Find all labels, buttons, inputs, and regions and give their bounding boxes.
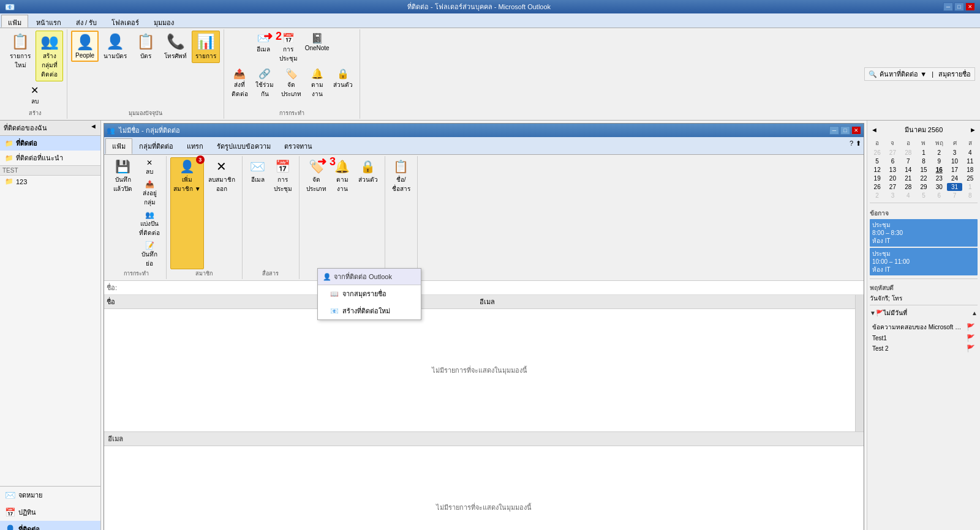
btn-people[interactable]: 👤 People bbox=[71, 31, 99, 62]
inner-group-nameshare: 📋 ชื่อ/ชื่อสาร ชื่อสาร bbox=[385, 156, 418, 279]
inner-group-member: 👤 เพิ่มสมาชิก ▼ 3 ✕ ลบสมาชิกออก สมาชิก bbox=[167, 156, 243, 279]
inner-maximize-button[interactable]: □ bbox=[840, 126, 850, 135]
title-bar: 📧 ที่ติดต่อ - โฟลเดอร์ส่วนบุคคล - Micros… bbox=[0, 0, 980, 13]
sidebar-item-contacts[interactable]: 📁 ที่ติดต่อ bbox=[0, 136, 100, 151]
inner-window-icon: 👥 bbox=[107, 127, 115, 135]
btn-namecard[interactable]: 👤 นามบัตร bbox=[100, 31, 130, 63]
email-section-label: อีเมล bbox=[104, 431, 864, 446]
task-item-3[interactable]: Test 2 🚩 bbox=[870, 343, 978, 354]
maximize-button[interactable]: □ bbox=[954, 2, 964, 11]
btn-new-group[interactable]: 👥 สร้างกลุ่มที่ติดต่อ bbox=[36, 31, 63, 81]
holiday-value: วันจักรี; โทร bbox=[870, 294, 978, 303]
nav-mail[interactable]: ✉️ จดหมาย bbox=[0, 487, 100, 504]
tab-send-receive[interactable]: ส่ง / รับ bbox=[69, 15, 104, 28]
inner-expand-icon[interactable]: ⬆ bbox=[856, 140, 861, 153]
calendar-month-label: มีนาคม 2560 bbox=[905, 124, 943, 135]
btn-phone[interactable]: 📞 โทรศัพท์ bbox=[160, 31, 190, 63]
inner-minimize-button[interactable]: ─ bbox=[829, 126, 839, 135]
task-1-flag[interactable]: 🚩 bbox=[967, 323, 975, 331]
inner-group-tags: 🏷️ จัดประเภท 🔔 ตามงาน 🔒 ส่วนตัว แท็ก bbox=[300, 156, 385, 279]
inner-btn-private[interactable]: 🔒 ส่วนตัว bbox=[355, 157, 381, 269]
mail-icon: ✉️ bbox=[5, 490, 15, 500]
btn-new-item[interactable]: 📋 รายการใหม่ bbox=[6, 31, 34, 72]
inner-tab-insert[interactable]: แทรก bbox=[180, 138, 210, 154]
inner-btn-save-close[interactable]: 💾 บันทึกแล้วปิด bbox=[110, 157, 135, 269]
dropdown-item-new-email[interactable]: 📧 สร้างที่ติดต่อใหม่ bbox=[318, 302, 421, 319]
task-item-2[interactable]: Test1 🚩 bbox=[870, 333, 978, 343]
inner-btn-note[interactable]: 📝 บันทึกย่อ bbox=[137, 240, 162, 269]
inner-btn-share-contact[interactable]: 👥 แบ่งปันที่ติดต่อ bbox=[137, 209, 162, 239]
btn-card[interactable]: 📋 บัตร bbox=[132, 31, 159, 63]
contacts-scrollbar[interactable] bbox=[855, 295, 864, 431]
btn-delete[interactable]: ✕ ลบ bbox=[23, 83, 47, 108]
ribbon-group-views: 👤 People 👤 นามบัตร 📋 บัตร 📞 โทรศัพท์ 📊 ร… bbox=[67, 29, 224, 119]
app-icon: 📧 bbox=[5, 2, 15, 12]
calendar-next[interactable]: ► bbox=[970, 126, 976, 133]
task-2-flag[interactable]: 🚩 bbox=[967, 334, 975, 342]
btn-share-contacts[interactable]: 🔗 ใช้ร่วมกัน bbox=[252, 66, 277, 100]
sidebar-item-123[interactable]: 📁 123 bbox=[0, 176, 100, 187]
schedule-time-1: 8:00 – 8:30 bbox=[872, 230, 975, 236]
task-3-flag[interactable]: 🚩 bbox=[967, 345, 975, 353]
btn-send-business[interactable]: 📤 ส่งที่ติดต่อ bbox=[228, 66, 251, 100]
holiday-title: พฤหัสบดี bbox=[870, 283, 978, 293]
inner-btn-remove-member[interactable]: ✕ ลบสมาชิกออก bbox=[205, 157, 238, 269]
btn-report[interactable]: 📊 รายการ bbox=[192, 31, 220, 63]
inner-ribbon-tabs: แฟ้ม กลุ่มที่ติดต่อ แทรก รัดรูปแบบข้อควา… bbox=[104, 137, 864, 155]
close-button[interactable]: ✕ bbox=[965, 2, 975, 11]
sidebar-collapse-button[interactable]: ◄ bbox=[90, 122, 97, 133]
task-item-1[interactable]: ข้อความทดสอบของ Microsoft Office Ou... 🚩 bbox=[870, 321, 978, 333]
calendar-prev[interactable]: ◄ bbox=[871, 126, 878, 133]
tab-view[interactable]: มุมมอง bbox=[147, 15, 181, 28]
task-items: ข้อความทดสอบของ Microsoft Office Ou... 🚩… bbox=[870, 321, 978, 354]
inner-btn-nameshare[interactable]: 📋 ชื่อ/ชื่อสาร bbox=[389, 157, 413, 269]
inner-tab-format[interactable]: รัดรูปแบบข้อความ bbox=[210, 138, 277, 154]
sidebar-item-suggested[interactable]: 📁 ที่ติดต่อที่แนะนำ bbox=[0, 151, 100, 165]
tab-file[interactable]: แฟ้ม bbox=[1, 15, 28, 28]
inner-btn-delete[interactable]: ✕ ลบ bbox=[137, 157, 162, 177]
inner-help-icon[interactable]: ? bbox=[850, 140, 853, 153]
inner-close-button[interactable]: ✕ bbox=[851, 126, 861, 135]
tab-home[interactable]: หน้าแรก bbox=[29, 15, 68, 28]
calendar-today[interactable]: 31 bbox=[947, 183, 962, 191]
task-section-flag-icon: 🚩 bbox=[876, 310, 883, 316]
step2-arrow: ➜ 2 bbox=[263, 29, 282, 43]
schedule-item-1[interactable]: ประชุม 8:00 – 8:30 ห้อง IT bbox=[870, 219, 978, 247]
inner-tab-review[interactable]: ตรวจทาน bbox=[277, 138, 319, 154]
btn-follow-up[interactable]: 🔔 ตามงาน bbox=[306, 66, 329, 100]
email-empty-message: ไม่มีรายการที่จะแสดงในมุมมองนี้ bbox=[436, 502, 532, 513]
inner-tab-group[interactable]: กลุ่มที่ติดต่อ bbox=[132, 138, 180, 154]
schedule-item-2[interactable]: ประชุม 10:00 – 11:00 ห้อง IT bbox=[870, 248, 978, 275]
inner-btn-send-group[interactable]: 📤 ส่งอยู่กลุ่ม bbox=[137, 179, 162, 208]
nav-calendar[interactable]: 📅 ปฏิทิน bbox=[0, 504, 100, 521]
inner-btn-followup[interactable]: 🔔 ตามงาน bbox=[331, 157, 354, 269]
people-label: People bbox=[75, 52, 94, 59]
dropdown-item-addressbook[interactable]: 📖 จากสมุดรายชื่อ bbox=[318, 285, 421, 302]
inner-tab-file[interactable]: แฟ้ม bbox=[105, 138, 132, 154]
tab-folder[interactable]: โฟลเดอร์ bbox=[105, 15, 146, 28]
name-label: ชื่อ: bbox=[107, 282, 125, 293]
tasks-collapse-btn[interactable]: ▲ bbox=[971, 310, 978, 316]
schedule-room-2: ห้อง IT bbox=[872, 265, 975, 274]
tasks-section-header: ▼ 🚩 ไม่มีวันที่ ▲ bbox=[870, 307, 978, 319]
inner-window: 👥 ไม่มีชื่อ - กลุ่มที่ติดต่อ ─ □ ✕ แฟ้ม … bbox=[104, 123, 864, 530]
dropdown-header: 👤 จากที่ติดต่อ Outlook bbox=[318, 269, 421, 285]
inner-btn-categorize[interactable]: 🏷️ จัดประเภท bbox=[303, 157, 330, 269]
schedule-time-2: 10:00 – 11:00 bbox=[872, 258, 975, 265]
name-input[interactable] bbox=[125, 283, 861, 292]
btn-onenote[interactable]: 📓 OneNote bbox=[302, 31, 333, 53]
dropdown-contacts-icon: 👤 bbox=[323, 273, 331, 281]
inner-btn-meet[interactable]: 📅 การประชุม bbox=[271, 157, 295, 269]
inner-btn-add-member[interactable]: 👤 เพิ่มสมาชิก ▼ 3 bbox=[170, 157, 204, 269]
nav-contacts[interactable]: 👤 ที่ติดต่อ bbox=[0, 521, 100, 530]
app-title: ที่ติดต่อ - โฟลเดอร์ส่วนบุคคล - Microsof… bbox=[15, 1, 943, 12]
ribbon-group-communicate-label: การกระทำ bbox=[279, 108, 304, 118]
btn-private[interactable]: 🔒 ส่วนตัว bbox=[330, 66, 356, 91]
schedule-type-1: ประชุม bbox=[872, 220, 975, 230]
schedule-title: ข้อกาจ bbox=[870, 209, 978, 218]
minimize-button[interactable]: ─ bbox=[943, 2, 953, 11]
folder-icon2: 📁 bbox=[5, 154, 13, 162]
btn-categorize[interactable]: 🏷️ จัดประเภท bbox=[278, 66, 304, 100]
inner-btn-email[interactable]: ✉️ อีเมล bbox=[246, 157, 270, 269]
search-bar[interactable]: 🔍 ค้นหาที่ติดต่อ ▼ | สมุดรายชื่อ bbox=[864, 67, 975, 81]
